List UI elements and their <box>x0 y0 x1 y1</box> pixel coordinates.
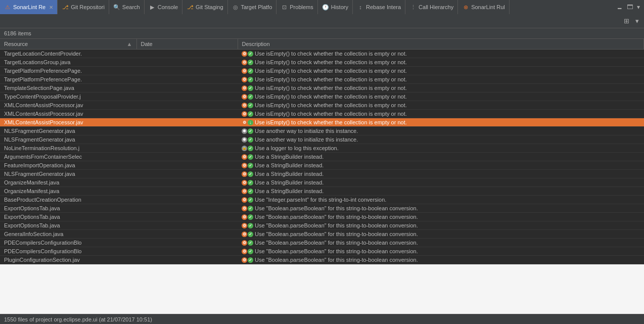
results-area[interactable]: Resource ▲ Date Description TargetLocati… <box>0 39 644 310</box>
table-row[interactable]: FeatureImportOperation.java⚙✓Use a Strin… <box>0 161 644 170</box>
table-row[interactable]: XMLContentAssistProcessor.jav⚙✓Use isEmp… <box>0 110 644 118</box>
column-resource[interactable]: Resource ▲ <box>0 39 136 50</box>
table-row[interactable]: TargetPlatformPreferencePage.⚙✓Use isEmp… <box>0 67 644 75</box>
cell-resource: TargetPlatformPreferencePage. <box>0 75 136 84</box>
cell-date <box>136 144 238 153</box>
table-row[interactable]: NoLineTerminationResolution.j🔒✓Use a log… <box>0 144 644 153</box>
cell-resource: ArgumentsFromContainerSelec <box>0 153 136 161</box>
layout-button[interactable]: ⊞ <box>622 16 631 26</box>
cell-resource: TargetLocationsGroup.java <box>0 58 136 67</box>
cell-resource: XMLContentAssistProcessor.jav <box>0 118 136 127</box>
desc-icons: ⚙✓ <box>242 240 253 246</box>
table-row[interactable]: GeneralInfoSection.java⚙✓Use "Boolean.pa… <box>0 230 644 239</box>
table-row[interactable]: ArgumentsFromContainerSelec⚙✓Use a Strin… <box>0 153 644 161</box>
desc-icons: ⚙✓ <box>242 77 253 82</box>
column-date[interactable]: Date <box>136 39 238 50</box>
cell-resource: PluginConfigurationSection.jav <box>0 256 136 264</box>
desc-cell-inner: ⚙✓Use "Boolean.parseBoolean" for this st… <box>242 248 640 254</box>
table-row[interactable]: OrganizeManifest.java⚙✓Use a StringBuild… <box>0 178 644 187</box>
cell-description: ⚙✓Use isEmpty() to check whether the col… <box>238 92 644 101</box>
desc-text: Use isEmpty() to check whether the colle… <box>255 111 407 117</box>
desc-cell-inner: ⚙✓Use a StringBuilder instead. <box>242 162 640 168</box>
cell-date <box>136 256 238 264</box>
tab-git-staging[interactable]: ⎇ Git Staging <box>182 0 227 14</box>
cell-date <box>136 178 238 187</box>
cell-description: ⚙✓Use "Boolean.parseBoolean" for this st… <box>238 256 644 264</box>
table-row[interactable]: TypeContentProposalProvider.j⚙✓Use isEmp… <box>0 92 644 101</box>
dropdown-button[interactable]: ▾ <box>633 16 641 26</box>
table-row[interactable]: NLSFragmentGenerator.java⚙✓Use a StringB… <box>0 170 644 178</box>
desc-icons: ⚙✓ <box>242 180 253 186</box>
table-row[interactable]: PDECompilersConfigurationBlo⚙✓Use "Boole… <box>0 239 644 247</box>
cell-date <box>136 153 238 161</box>
tab-call-hierarchy[interactable]: ⋮ Call Hierarchy <box>405 0 458 14</box>
column-description[interactable]: Description <box>238 39 644 50</box>
tab-sonarlint-re-close[interactable]: ✕ <box>49 5 53 10</box>
cell-resource: NLSFragmentGenerator.java <box>0 170 136 178</box>
tab-history-label: History <box>331 4 348 10</box>
desc-cell-inner: ✱✓Use another way to initialize this ins… <box>242 136 640 143</box>
desc-icons: ⚙✓ <box>242 154 253 160</box>
icon-dot1: ⚙ <box>242 249 247 254</box>
maximize-button[interactable]: 🗖 <box>626 3 634 12</box>
table-row[interactable]: XMLContentAssistProcessor.jav⚙↓Use isEmp… <box>0 118 644 127</box>
tab-console[interactable]: ▶ Console <box>145 0 182 14</box>
icon-dot1: ⚙ <box>242 171 247 177</box>
tab-history[interactable]: 🕐 History <box>318 0 353 14</box>
cell-description: ⚙✓Use "Boolean.parseBoolean" for this st… <box>238 221 644 230</box>
table-row[interactable]: OrganizeManifest.java⚙✓Use a StringBuild… <box>0 187 644 196</box>
table-row[interactable]: BaseProductCreationOperation⚙✓Use "Integ… <box>0 196 644 204</box>
desc-cell-inner: ✱✓Use another way to initialize this ins… <box>242 128 640 134</box>
table-row[interactable]: TargetPlatformPreferencePage.⚙✓Use isEmp… <box>0 75 644 84</box>
cell-description: ⚙✓Use isEmpty() to check whether the col… <box>238 50 644 58</box>
desc-cell-inner: ⚙✓Use isEmpty() to check whether the col… <box>242 111 640 117</box>
tab-actions: 🗕 🗖 ▾ <box>613 3 644 12</box>
tab-target-platform[interactable]: ◎ Target Platfo <box>228 0 277 14</box>
cell-date <box>136 213 238 221</box>
desc-text: Use a StringBuilder instead. <box>255 162 324 168</box>
tab-problems[interactable]: ⊡ Problems <box>277 0 317 14</box>
tab-rebase-interactive[interactable]: ↕ Rebase Intera <box>353 0 405 14</box>
desc-icons: ⚙✓ <box>242 249 253 254</box>
table-row[interactable]: PluginConfigurationSection.jav⚙✓Use "Boo… <box>0 256 644 264</box>
table-row[interactable]: ExportOptionsTab.java⚙✓Use "Boolean.pars… <box>0 213 644 221</box>
tab-search-label: Search <box>122 4 140 10</box>
tab-sonarlint-re[interactable]: ⚠ SonarLint Re ✕ <box>0 0 58 14</box>
table-row[interactable]: NLSFragmentGenerator.java✱✓Use another w… <box>0 127 644 135</box>
tab-git-repository[interactable]: ⎇ Git Repositori <box>58 0 109 14</box>
icon-dot1: ⚙ <box>242 154 247 160</box>
icon-dot2: ✓ <box>248 189 253 194</box>
table-header-row: Resource ▲ Date Description <box>0 39 644 50</box>
minimize-button[interactable]: 🗕 <box>616 3 624 12</box>
table-row[interactable]: XMLContentAssistProcessor.jav⚙✓Use isEmp… <box>0 101 644 110</box>
cell-date <box>136 196 238 204</box>
tab-target-platform-label: Target Platfo <box>241 4 272 10</box>
tab-rebase-label: Rebase Intera <box>366 4 401 10</box>
desc-cell-inner: ⚙✓Use "Boolean.parseBoolean" for this st… <box>242 240 640 246</box>
icon-dot1: ⚙ <box>242 85 247 91</box>
table-row[interactable]: ExportOptionsTab.java⚙✓Use "Boolean.pars… <box>0 221 644 230</box>
icon-dot2: ✓ <box>248 197 253 203</box>
sonarlint-rules-icon: ⊗ <box>462 4 469 11</box>
icon-dot2: ✓ <box>248 77 253 82</box>
desc-text: Use a StringBuilder instead. <box>255 179 324 186</box>
table-row[interactable]: TemplateSelectionPage.java⚙✓Use isEmpty(… <box>0 84 644 92</box>
table-row[interactable]: TargetLocationContentProvider.⚙✓Use isEm… <box>0 50 644 58</box>
cell-date <box>136 187 238 196</box>
icon-dot2: ✓ <box>248 214 253 220</box>
icon-dot2: ✓ <box>248 171 253 177</box>
table-row[interactable]: TargetLocationsGroup.java⚙✓Use isEmpty()… <box>0 58 644 67</box>
view-menu-button[interactable]: ▾ <box>636 3 641 12</box>
cell-resource: ExportOptionsTab.java <box>0 213 136 221</box>
table-row[interactable]: PDECompilersConfigurationBlo⚙✓Use "Boole… <box>0 247 644 256</box>
icon-dot1: ⚙ <box>242 94 247 100</box>
cell-date <box>136 161 238 170</box>
desc-icons: ✱✓ <box>242 128 253 134</box>
table-row[interactable]: NLSFragmentGenerator.java✱✓Use another w… <box>0 135 644 144</box>
cell-description: ⚙✓Use "Boolean.parseBoolean" for this st… <box>238 239 644 247</box>
tab-sonarlint-rules[interactable]: ⊗ SonarLint Rul <box>458 0 510 14</box>
history-icon: 🕐 <box>322 4 329 11</box>
item-count: 6186 items <box>4 30 31 36</box>
table-row[interactable]: ExportOptionsTab.java⚙✓Use "Boolean.pars… <box>0 204 644 213</box>
tab-search[interactable]: 🔍 Search <box>109 0 145 14</box>
